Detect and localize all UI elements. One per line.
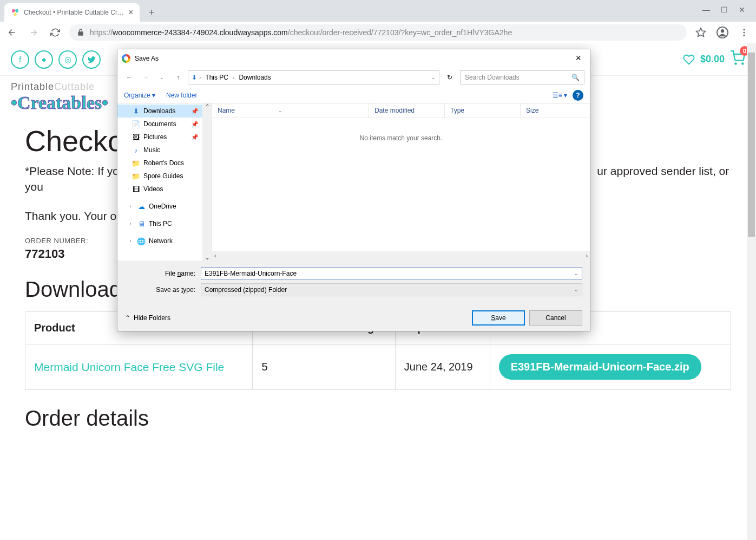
order-details-heading: Order details [25,406,731,431]
pc-icon: 🖥 [137,219,146,228]
nav-back-button[interactable]: ← [123,71,136,84]
col-header-name[interactable]: Name⌄ [212,103,369,118]
filetype-select[interactable]: Compressed (zipped) Folder⌄ [201,283,582,296]
scroll-right-icon[interactable]: › [586,253,588,259]
minimize-button[interactable]: — [702,5,710,14]
breadcrumb-current[interactable]: Downloads [236,74,273,81]
facebook-icon[interactable]: f [11,50,29,69]
save-button[interactable]: Save [472,310,525,326]
favicon-icon [11,8,19,17]
new-folder-button[interactable]: New folder [166,92,197,99]
dialog-titlebar[interactable]: Save As × [117,49,590,67]
bookmark-star-icon[interactable] [693,25,708,40]
organize-menu[interactable]: Organize ▾ [124,92,155,99]
reload-button[interactable] [48,25,63,40]
chrome-icon [122,54,130,63]
hide-folders-toggle[interactable]: ⌃Hide Folders [125,314,170,322]
svg-point-7 [742,63,743,64]
tree-item-documents[interactable]: 📄Documents📌 [117,118,212,131]
tree-item-spore-guides[interactable]: 📁Spore Guides [117,170,212,183]
breadcrumb-root[interactable]: This PC [203,74,231,81]
expand-icon[interactable]: › [127,238,134,244]
chevron-down-icon[interactable]: ⌄ [431,75,436,80]
save-as-dialog: Save As × ← → ⌄ ↑ ⬇ › This PC › Download… [117,49,590,331]
nav-up-button[interactable]: ↑ [172,71,185,84]
tree-item-roberts-docs[interactable]: 📁Robert's Docs [117,157,212,170]
scroll-left-icon[interactable]: ‹ [214,253,216,259]
refresh-button[interactable]: ↻ [443,70,457,84]
tree-item-pictures[interactable]: 🖼Pictures📌 [117,131,212,144]
dialog-footer: ⌃Hide Folders Save Cancel [117,306,590,331]
cart-area[interactable]: $0.00 0 [683,50,745,68]
close-dialog-button[interactable]: × [571,53,586,64]
twitter-icon[interactable] [82,50,101,69]
close-tab-icon[interactable]: × [128,8,133,17]
expires-value: June 24, 2019 [395,344,490,390]
nav-forward-button[interactable]: → [139,71,152,84]
file-list-area: Name⌄ Date modified Type Size No items m… [212,103,590,261]
empty-message: No items match your search. [212,118,590,251]
tab-bar: Checkout • Printable Cuttable Cr… × + [0,0,756,22]
url-field[interactable]: https://woocommerce-243384-749024.cloudw… [69,24,687,41]
address-bar: https://woocommerce-243384-749024.cloudw… [0,22,756,43]
tree-item-network[interactable]: ›🌐Network [117,235,212,248]
dialog-main: ⬇Downloads📌 📄Documents📌 🖼Pictures📌 ♪Musi… [117,103,590,261]
scroll-down-icon[interactable]: ⌄ [205,255,209,261]
filename-input[interactable]: E391FB-Mermaid-Unicorn-Face⌄ [201,267,582,280]
cart-icon[interactable]: 0 [730,50,745,68]
search-placeholder: Search Downloads [465,74,520,81]
pin-icon: 📌 [191,121,199,128]
tree-item-downloads[interactable]: ⬇Downloads📌 [117,105,212,118]
help-icon[interactable]: ? [573,90,583,101]
scroll-up-icon[interactable]: ⌃ [205,103,209,109]
browser-tab[interactable]: Checkout • Printable Cuttable Cr… × [4,3,140,22]
search-icon: 🔍 [571,74,580,81]
download-button[interactable]: E391FB-Mermaid-Unicorn-Face.zip [499,354,701,380]
new-tab-button[interactable]: + [144,5,159,20]
menu-icon[interactable] [737,25,752,40]
heart-icon[interactable] [683,54,695,66]
file-list-header: Name⌄ Date modified Type Size [212,103,590,118]
onedrive-icon: ☁ [137,202,146,211]
download-arrow-icon: ⬇ [192,74,197,81]
instagram-icon[interactable]: ◎ [58,50,77,69]
profile-icon[interactable] [715,25,730,40]
url-text: https://woocommerce-243384-749024.cloudw… [90,28,512,37]
chevron-down-icon[interactable]: ⌄ [574,271,578,276]
product-link[interactable]: Mermaid Unicorn Face Free SVG File [34,361,224,373]
maximize-button[interactable]: ☐ [721,5,728,14]
col-header-size[interactable]: Size [521,103,590,118]
pin-icon: 📌 [191,108,199,115]
expand-icon[interactable]: › [127,221,134,226]
view-options-button[interactable]: ☰≡ ▾ [553,92,567,99]
tree-item-this-pc[interactable]: ›🖥This PC [117,217,212,230]
lock-icon [77,29,84,36]
scrollbar-thumb[interactable] [748,53,755,237]
tree-item-music[interactable]: ♪Music [117,144,212,157]
close-window-button[interactable]: ✕ [739,5,745,14]
expand-icon[interactable]: › [127,204,134,209]
cancel-button[interactable]: Cancel [529,310,582,326]
dialog-title: Save As [135,55,159,62]
back-button[interactable] [4,25,19,40]
tree-item-onedrive[interactable]: ›☁OneDrive [117,200,212,213]
chevron-down-icon[interactable]: ⌄ [574,287,578,292]
chevron-up-icon: ⌃ [125,314,130,322]
tree-item-videos[interactable]: 🎞Videos [117,183,212,196]
file-h-scrollbar[interactable]: ‹› [212,251,590,261]
window-controls: — ☐ ✕ [692,0,756,19]
tree-scrollbar[interactable]: ⌃⌄ [202,103,212,261]
pinterest-icon[interactable]: ● [35,50,53,69]
svg-point-3 [744,29,745,30]
dialog-toolbar: Organize ▾ New folder ☰≡ ▾ ? [117,88,590,103]
col-header-type[interactable]: Type [445,103,521,118]
forward-button[interactable] [26,25,41,40]
table-row: Mermaid Unicorn Face Free SVG File 5 Jun… [25,344,731,390]
nav-recent-button[interactable]: ⌄ [155,71,168,84]
chevron-right-icon: › [199,75,201,81]
search-input[interactable]: Search Downloads 🔍 [460,70,584,84]
pictures-icon: 🖼 [132,133,140,141]
page-scrollbar[interactable] [747,43,756,540]
breadcrumb[interactable]: ⬇ › This PC › Downloads ⌄ [188,70,439,84]
col-header-date[interactable]: Date modified [369,103,445,118]
